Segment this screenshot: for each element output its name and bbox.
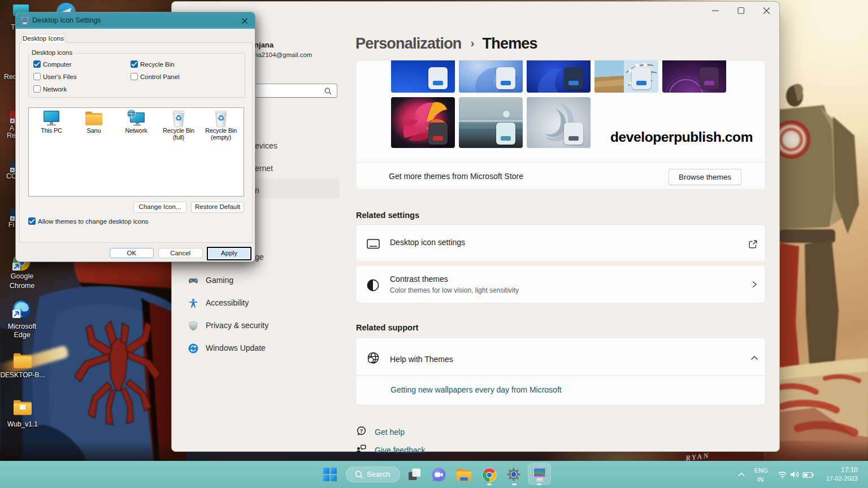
theme-thumbnail-8[interactable] bbox=[527, 97, 591, 148]
task-view-icon[interactable] bbox=[408, 468, 422, 481]
dialog-close-icon[interactable] bbox=[240, 16, 250, 26]
contrast-themes-card[interactable]: Contrast themes Color themes for low vis… bbox=[355, 265, 766, 303]
wallpapers-help-link[interactable]: Getting new wallpapers every day from Mi… bbox=[390, 385, 562, 394]
chrome-taskbar-icon[interactable] bbox=[482, 468, 497, 482]
edge-label-line1[interactable]: Microsoft bbox=[3, 323, 41, 330]
file-explorer-icon[interactable] bbox=[456, 468, 472, 482]
theme-accent-pill bbox=[501, 81, 511, 85]
search-icon bbox=[324, 88, 332, 95]
desktop-folder-icon[interactable] bbox=[13, 352, 32, 369]
active-app-button[interactable] bbox=[528, 463, 551, 485]
firefox-label-fragment[interactable]: Fi bbox=[7, 221, 16, 229]
wub-folder-label[interactable]: Wub_v1.1 bbox=[5, 420, 41, 428]
icon-item-sanu[interactable]: Sanu bbox=[73, 110, 115, 134]
svg-text:♻: ♻ bbox=[175, 114, 183, 123]
nav-label: Windows Update bbox=[206, 343, 266, 352]
taskbar-search[interactable]: Search bbox=[346, 467, 400, 482]
start-button[interactable] bbox=[323, 468, 337, 481]
nav-item-bluetooth-devices-fragment[interactable]: evices bbox=[255, 141, 277, 150]
checkbox-network[interactable] bbox=[33, 85, 41, 93]
related-settings-heading: Related settings bbox=[356, 211, 419, 220]
theme-thumbnail-6[interactable] bbox=[391, 97, 455, 148]
change-icon-button[interactable]: Change Icon... bbox=[133, 202, 186, 213]
theme-thumbnail-2[interactable] bbox=[459, 60, 523, 93]
theme-thumbnail-3[interactable] bbox=[527, 60, 591, 93]
volume-icon[interactable] bbox=[790, 470, 800, 478]
this-pc-icon bbox=[42, 110, 61, 127]
chevron-up-icon[interactable] bbox=[750, 355, 758, 361]
tray-language[interactable]: ENG bbox=[754, 467, 768, 474]
give-feedback-link[interactable]: Give feedback bbox=[375, 446, 426, 455]
wub-folder-icon[interactable] bbox=[13, 399, 32, 416]
minimize-button[interactable] bbox=[707, 5, 724, 16]
ok-button[interactable]: OK bbox=[110, 248, 154, 259]
theme-thumbnail-7[interactable] bbox=[459, 97, 523, 148]
tray-region[interactable]: IN bbox=[757, 476, 763, 483]
accessibility-icon bbox=[188, 298, 198, 308]
browse-themes-button[interactable]: Browse themes bbox=[669, 169, 741, 185]
icon-label-line: (empty) bbox=[211, 134, 231, 141]
theme-thumbnail-1[interactable] bbox=[391, 60, 455, 93]
card-title: Help with Themes bbox=[390, 355, 453, 364]
svg-text:?: ? bbox=[360, 428, 363, 434]
desktop-folder-label[interactable]: DESKTOP-B... bbox=[0, 371, 45, 379]
settings-gear-icon[interactable] bbox=[507, 468, 520, 481]
icon-label-line: This PC bbox=[41, 127, 62, 134]
tray-chevron-up-icon[interactable] bbox=[737, 472, 745, 477]
nav-item-windows-update[interactable]: Windows Update bbox=[188, 338, 340, 359]
chat-icon[interactable] bbox=[432, 468, 446, 482]
chrome-label-line2[interactable]: Chrome bbox=[5, 282, 40, 290]
network-icon bbox=[127, 110, 146, 127]
icon-item-recycle-bin-empty[interactable]: ♻ Recycle Bin(empty) bbox=[200, 110, 242, 141]
theme-accent-pill bbox=[433, 81, 443, 85]
theme-accent-pill bbox=[636, 81, 646, 85]
user-email: na2104@gmail.com bbox=[254, 51, 312, 58]
checkbox-users-files[interactable] bbox=[33, 73, 41, 80]
edge-label-line2[interactable]: Edge bbox=[3, 331, 41, 339]
nav-label: Accessibility bbox=[206, 298, 249, 307]
nav-item-time-language-fragment[interactable]: ge bbox=[255, 252, 264, 262]
dialog-titlebar[interactable]: Desktop Icon Settings bbox=[16, 12, 255, 29]
tray-date[interactable]: 17-02-2023 bbox=[826, 475, 858, 482]
get-help-link[interactable]: Get help bbox=[375, 428, 405, 437]
close-button[interactable] bbox=[758, 5, 775, 16]
battery-icon[interactable] bbox=[802, 472, 814, 478]
apply-button[interactable]: Apply bbox=[207, 247, 251, 260]
maximize-button[interactable] bbox=[732, 5, 749, 16]
checkbox-recycle-bin[interactable] bbox=[131, 60, 138, 68]
icon-item-this-pc[interactable]: This PC bbox=[31, 110, 72, 134]
checkbox-control-panel[interactable] bbox=[131, 73, 138, 80]
wifi-icon[interactable] bbox=[778, 471, 787, 478]
icon-item-recycle-bin-full[interactable]: ♻ Recycle Bin(full) bbox=[158, 110, 199, 141]
adobe-label-line1[interactable]: A bbox=[8, 124, 16, 132]
desktop-icon-settings-card[interactable]: Desktop icon settings bbox=[355, 224, 766, 263]
tab-desktop-icons[interactable]: Desktop Icons bbox=[21, 34, 66, 43]
settings-window: njana na2104@gmail.com evices ernet n ge… bbox=[171, 1, 780, 452]
card-divider bbox=[356, 375, 765, 376]
nav-item-gaming[interactable]: Gaming bbox=[188, 271, 340, 291]
tray-time[interactable]: 17:10 bbox=[841, 466, 858, 474]
dialog-title: Desktop Icon Settings bbox=[32, 16, 101, 24]
desktop-screen: RYAN T Rec A Re CC bbox=[0, 0, 868, 488]
nav-item-personalization-fragment[interactable]: n bbox=[255, 186, 259, 195]
theme-thumbnail-4[interactable] bbox=[594, 60, 658, 93]
restore-default-button[interactable]: Restore Default bbox=[191, 202, 244, 213]
nav-item-accessibility[interactable]: Accessibility bbox=[188, 293, 340, 313]
microsoft-edge-icon[interactable] bbox=[12, 300, 32, 320]
chrome-label-line1[interactable]: Google bbox=[5, 272, 40, 280]
icon-label-line: Recycle Bin bbox=[163, 127, 194, 134]
adobe-label-line2[interactable]: Re bbox=[7, 132, 16, 140]
icon-item-network[interactable]: Network bbox=[115, 110, 157, 134]
search-icon bbox=[355, 470, 363, 479]
theme-accent-pill bbox=[568, 81, 579, 85]
breadcrumb-parent[interactable]: Personalization bbox=[355, 35, 462, 53]
theme-thumbnail-5[interactable] bbox=[662, 60, 726, 93]
nav-item-privacy-security[interactable]: Privacy & security bbox=[188, 316, 340, 336]
nav-item-network-internet-fragment[interactable]: ernet bbox=[255, 164, 273, 173]
breadcrumb-separator-icon: › bbox=[471, 36, 475, 50]
checkbox-computer[interactable] bbox=[33, 60, 41, 68]
cancel-button[interactable]: Cancel bbox=[158, 248, 203, 259]
checkbox-allow-themes[interactable] bbox=[28, 217, 36, 225]
icon-list-box[interactable]: This PC Sanu bbox=[28, 107, 244, 197]
group-label: Desktop icons bbox=[30, 49, 74, 56]
